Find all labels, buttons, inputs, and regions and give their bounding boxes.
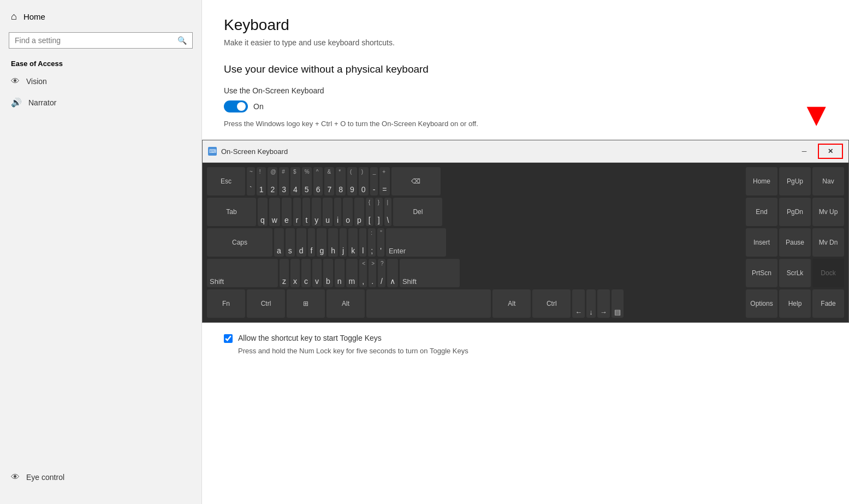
key-a[interactable]: a: [274, 228, 284, 257]
key-help[interactable]: Help: [779, 289, 811, 318]
key-t[interactable]: t: [302, 198, 310, 226]
key-caps[interactable]: Caps: [207, 228, 272, 257]
sidebar: ⌂ Home 🔍 Ease of Access 👁 Vision 🔊 Narra…: [0, 0, 202, 504]
osk-hint-text: Press the Windows logo key + Ctrl + O to…: [224, 119, 551, 129]
key-f[interactable]: f: [308, 228, 316, 257]
key-7[interactable]: &7: [324, 167, 334, 195]
key-5[interactable]: %5: [302, 167, 312, 195]
key-shift-right[interactable]: Shift: [400, 259, 460, 287]
key-g[interactable]: g: [317, 228, 326, 257]
home-icon: ⌂: [11, 11, 17, 22]
key-u[interactable]: u: [323, 198, 333, 226]
key-esc[interactable]: Esc: [207, 167, 245, 195]
sidebar-home[interactable]: ⌂ Home: [0, 5, 201, 28]
sidebar-item-narrator[interactable]: 🔊 Narrator: [0, 92, 201, 113]
key-k[interactable]: k: [348, 228, 358, 257]
key-slash[interactable]: ?/: [378, 259, 385, 287]
sidebar-item-vision[interactable]: 👁 Vision: [0, 71, 201, 92]
key-mvdn[interactable]: Mv Dn: [812, 228, 844, 257]
key-pgup[interactable]: PgUp: [779, 167, 811, 195]
key-l[interactable]: l: [359, 228, 366, 257]
key-end[interactable]: End: [746, 198, 777, 226]
key-upcaret[interactable]: ∧: [387, 259, 398, 287]
key-m[interactable]: m: [346, 259, 358, 287]
key-tilde[interactable]: ~`: [247, 167, 255, 195]
key-z[interactable]: z: [280, 259, 289, 287]
key-quote[interactable]: "': [377, 228, 384, 257]
key-alt-right[interactable]: Alt: [492, 289, 531, 318]
key-0[interactable]: )0: [359, 167, 369, 195]
key-w[interactable]: w: [269, 198, 280, 226]
key-minus[interactable]: _-: [370, 167, 378, 195]
keyboard-row-4: Shift z x c v b n m <, >. ?/ ∧ Shift Prt…: [207, 259, 844, 287]
key-home[interactable]: Home: [746, 167, 777, 195]
key-options[interactable]: Options: [746, 289, 777, 318]
page-title: Keyboard: [224, 16, 827, 34]
osk-minimize-button[interactable]: ─: [792, 144, 817, 159]
key-nav[interactable]: Nav: [812, 167, 844, 195]
key-h[interactable]: h: [328, 228, 338, 257]
key-y[interactable]: y: [312, 198, 321, 226]
key-9[interactable]: (9: [347, 167, 357, 195]
key-pause[interactable]: Pause: [779, 228, 811, 257]
key-pgdn[interactable]: PgDn: [779, 198, 811, 226]
key-4[interactable]: $4: [290, 167, 300, 195]
sidebar-home-label: Home: [23, 12, 45, 21]
key-right[interactable]: →: [597, 289, 610, 318]
key-x[interactable]: x: [290, 259, 300, 287]
key-tab[interactable]: Tab: [207, 198, 256, 226]
osk-toggle[interactable]: [224, 100, 248, 112]
sidebar-item-eye-control[interactable]: 👁 Eye control: [0, 467, 202, 488]
key-space[interactable]: [366, 289, 491, 318]
key-comma[interactable]: <,: [359, 259, 367, 287]
toggle-keys-checkbox[interactable]: [224, 334, 233, 343]
key-d[interactable]: d: [296, 228, 306, 257]
key-r[interactable]: r: [293, 198, 301, 226]
key-equals[interactable]: +=: [379, 167, 389, 195]
key-mvup[interactable]: Mv Up: [812, 198, 844, 226]
key-v[interactable]: v: [312, 259, 322, 287]
osk-window-controls: ─ ✕: [792, 144, 843, 159]
key-b[interactable]: b: [323, 259, 333, 287]
key-rbracket[interactable]: }]: [375, 198, 383, 226]
key-context[interactable]: ▤: [611, 289, 624, 318]
key-2[interactable]: @2: [268, 167, 277, 195]
key-fade[interactable]: Fade: [812, 289, 844, 318]
key-i[interactable]: i: [334, 198, 341, 226]
key-win[interactable]: ⊞: [287, 289, 325, 318]
key-dock[interactable]: Dock: [812, 259, 844, 287]
key-del[interactable]: Del: [393, 198, 442, 226]
key-e[interactable]: e: [282, 198, 292, 226]
key-o[interactable]: o: [343, 198, 353, 226]
key-backspace[interactable]: ⌫: [391, 167, 441, 195]
key-p[interactable]: p: [354, 198, 364, 226]
key-fn[interactable]: Fn: [207, 289, 245, 318]
key-lbracket[interactable]: {[: [366, 198, 373, 226]
key-1[interactable]: !1: [257, 167, 266, 195]
key-n[interactable]: n: [335, 259, 345, 287]
key-left[interactable]: ←: [572, 289, 585, 318]
key-ctrl-left[interactable]: Ctrl: [247, 289, 285, 318]
key-j[interactable]: j: [340, 228, 347, 257]
osk-app-icon: ⌨: [208, 147, 217, 156]
key-c[interactable]: c: [301, 259, 311, 287]
key-backslash[interactable]: |\: [384, 198, 392, 226]
key-s[interactable]: s: [286, 228, 295, 257]
key-alt-left[interactable]: Alt: [326, 289, 365, 318]
key-6[interactable]: ^6: [313, 167, 323, 195]
osk-close-button[interactable]: ✕: [818, 144, 843, 159]
key-prtscn[interactable]: PrtScn: [746, 259, 777, 287]
search-input[interactable]: [15, 36, 177, 45]
key-down[interactable]: ↓: [586, 289, 596, 318]
key-enter[interactable]: Enter: [386, 228, 446, 257]
vision-icon: 👁: [11, 76, 20, 86]
key-period[interactable]: >.: [369, 259, 376, 287]
key-3[interactable]: #3: [279, 167, 289, 195]
key-shift-left[interactable]: Shift: [207, 259, 278, 287]
key-insert[interactable]: Insert: [746, 228, 777, 257]
key-q[interactable]: q: [258, 198, 268, 226]
key-scrlk[interactable]: ScrLk: [779, 259, 811, 287]
key-8[interactable]: *8: [336, 167, 346, 195]
key-ctrl-right[interactable]: Ctrl: [532, 289, 571, 318]
key-semicolon[interactable]: :;: [368, 228, 376, 257]
